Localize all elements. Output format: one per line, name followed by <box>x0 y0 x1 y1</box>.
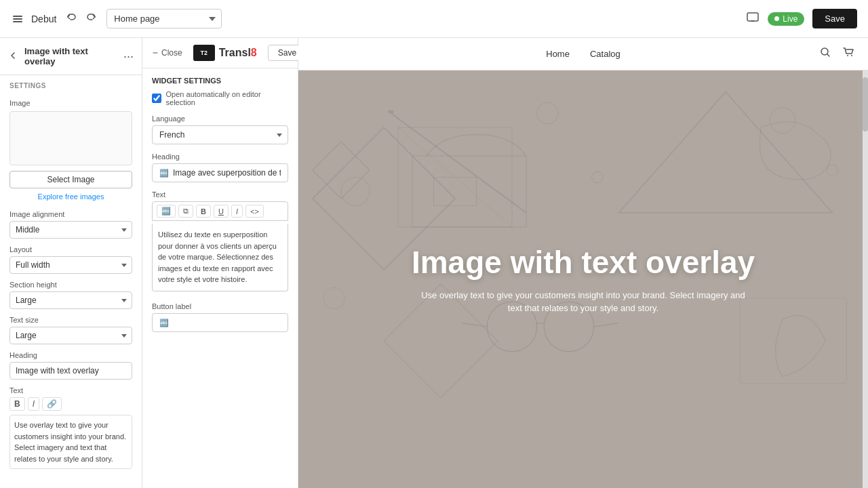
trans-content: WIDGET SETTINGS Open automatically on ed… <box>142 68 298 488</box>
svg-rect-1 <box>13 18 22 20</box>
bold-button[interactable]: B <box>9 397 25 411</box>
store-name: Debut <box>31 14 56 24</box>
preview-nav: Home Catalog <box>298 38 868 70</box>
image-placeholder <box>9 111 132 165</box>
heading-field: Heading <box>9 351 132 380</box>
svg-rect-27 <box>412 156 526 227</box>
svg-point-15 <box>592 171 604 183</box>
image-alignment-label: Image alignment <box>9 210 132 218</box>
undo-redo-group <box>63 9 100 28</box>
svg-rect-28 <box>434 178 477 206</box>
trans-logo: T2 Transl8 <box>193 45 257 61</box>
svg-point-5 <box>847 55 848 56</box>
live-badge[interactable]: Live <box>768 12 804 26</box>
hero-section: Image with text overlay Use overlay text… <box>298 70 868 488</box>
heading-trans-input[interactable] <box>173 168 281 178</box>
trans-text-textarea[interactable]: Utilisez du texte en superposition pour … <box>152 224 288 291</box>
image-alignment-select[interactable]: Middle Left Right <box>9 221 132 239</box>
open-auto-row: Open automatically on editor selection <box>152 90 288 106</box>
text-field: Text B I 🔗 Use overlay text to give your… <box>9 386 132 469</box>
svg-point-16 <box>323 287 345 309</box>
preview-area: Home Catalog <box>298 38 868 488</box>
open-auto-label[interactable]: Open automatically on editor selection <box>166 90 288 106</box>
nav-home-link[interactable]: Home <box>546 49 570 59</box>
layout-field: Layout Full width Boxed <box>9 245 132 274</box>
image-section-label: Image <box>9 99 132 107</box>
svg-rect-3 <box>747 13 758 21</box>
panel-more-button[interactable]: ··· <box>123 49 134 64</box>
image-alignment-field: Image alignment Middle Left Right <box>9 210 132 239</box>
button-label-input-wrapper: 🔤 <box>152 313 288 332</box>
redo-button[interactable] <box>83 9 100 28</box>
cart-icon[interactable] <box>842 46 854 62</box>
link-button[interactable]: 🔗 <box>42 397 62 411</box>
layout-label: Layout <box>9 245 132 253</box>
page-selector[interactable]: Home page About Contact <box>106 9 222 28</box>
language-label: Language <box>152 115 288 123</box>
left-panel: Image with text overlay ··· SETTINGS Ima… <box>0 38 142 488</box>
text-size-label: Text size <box>9 316 132 324</box>
trans-text-icon: 🔤 <box>159 169 169 178</box>
svg-point-13 <box>341 178 370 206</box>
svg-marker-19 <box>619 92 833 214</box>
trans-underline-button[interactable]: U <box>214 205 229 218</box>
panel-content: Image Select Image Explore free images I… <box>0 92 142 488</box>
select-image-button[interactable]: Select Image <box>9 171 132 188</box>
trans-italic-button[interactable]: I <box>231 205 243 218</box>
language-select[interactable]: French German Spanish <box>152 125 288 144</box>
trans-close-button[interactable]: Close <box>152 48 182 58</box>
text-size-select[interactable]: Large Small Medium <box>9 327 132 344</box>
topbar-left: Debut Home page About Contact <box>11 9 222 28</box>
section-height-select[interactable]: Large Small Medium <box>9 291 132 309</box>
main-layout: Image with text overlay ··· SETTINGS Ima… <box>0 38 868 488</box>
svg-rect-0 <box>13 16 22 17</box>
menu-icon[interactable] <box>11 12 24 26</box>
device-preview-icon[interactable] <box>746 10 760 27</box>
trans-text-toolbar: 🔤 ⧉ B U I <> <box>152 201 288 221</box>
trans-header: Close T2 Transl8 Save <box>142 38 298 68</box>
trans-logo-name: Transl8 <box>219 47 257 59</box>
button-label-input[interactable] <box>173 318 281 327</box>
text-content[interactable]: Use overlay text to give your customers … <box>9 415 132 469</box>
trans-code-button[interactable]: <> <box>245 205 264 218</box>
live-label: Live <box>783 14 797 24</box>
middle-panel: Close T2 Transl8 Save WIDGET SETTINGS Op… <box>142 38 298 488</box>
svg-point-6 <box>851 55 852 56</box>
heading-field-label: Heading <box>9 351 132 359</box>
text-size-field: Text size Large Small Medium <box>9 316 132 344</box>
open-auto-checkbox[interactable] <box>152 94 161 103</box>
nav-catalog-link[interactable]: Catalog <box>590 49 620 59</box>
svg-point-17 <box>770 108 795 134</box>
italic-button[interactable]: I <box>28 397 39 411</box>
topbar-right: Live Save <box>746 9 857 28</box>
text-trans-label: Text <box>152 190 288 199</box>
svg-line-24 <box>594 323 619 327</box>
heading-input[interactable] <box>9 362 132 380</box>
hero-subtitle: Use overlay text to give your customers … <box>414 289 753 315</box>
svg-rect-2 <box>13 21 22 22</box>
svg-point-14 <box>537 102 559 124</box>
text-field-label: Text <box>9 386 132 394</box>
trans-bold-button[interactable]: B <box>196 205 211 218</box>
topbar: Debut Home page About Contact Live Save <box>0 0 868 38</box>
trans-logo-icon: T2 <box>193 45 215 61</box>
svg-rect-26 <box>740 298 847 384</box>
settings-label: SETTINGS <box>0 75 142 92</box>
trans-logo-accent: 8 <box>251 47 257 58</box>
explore-images-link[interactable]: Explore free images <box>9 192 132 201</box>
layout-select[interactable]: Full width Boxed <box>9 256 132 274</box>
heading-trans-input-wrapper: 🔤 <box>152 163 288 182</box>
undo-button[interactable] <box>63 9 79 28</box>
trans-copy-button[interactable]: ⧉ <box>178 205 193 218</box>
topbar-save-button[interactable]: Save <box>812 9 857 28</box>
widget-settings-label: WIDGET SETTINGS <box>152 77 288 85</box>
panel-back-button[interactable] <box>5 49 20 64</box>
svg-rect-12 <box>388 110 393 113</box>
trans-aa-button[interactable]: 🔤 <box>157 205 176 218</box>
heading-trans-label: Heading <box>152 152 288 161</box>
svg-line-11 <box>391 113 527 213</box>
section-height-label: Section height <box>9 281 132 289</box>
preview-nav-icons <box>819 46 854 62</box>
button-trans-icon: 🔤 <box>159 319 169 327</box>
search-icon[interactable] <box>819 46 831 62</box>
